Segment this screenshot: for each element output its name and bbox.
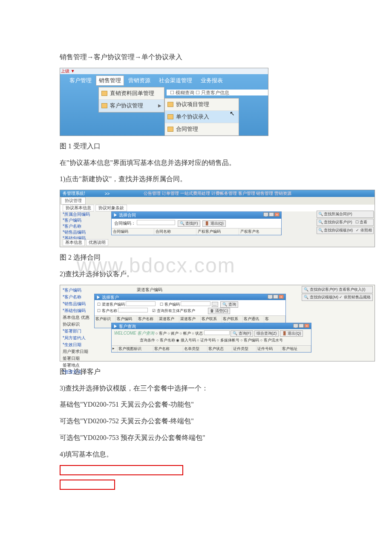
form-labels-left: *所属合同编码 *客户编码 *客户名称 *销售品编码 *基础包编码: [63, 211, 90, 241]
menu-sales[interactable]: 销售管理: [96, 75, 124, 86]
menu-marketing-res[interactable]: 营销资源: [124, 77, 155, 84]
submenu2-label: 协议项目管理: [176, 101, 209, 108]
exit-button[interactable]: 🚪 退出(Q): [202, 220, 226, 227]
submenu2-item-single-entry[interactable]: 单个协议录入: [165, 111, 239, 123]
highlight-box-1: [60, 465, 183, 475]
lbl-cust-code: *客户编码: [63, 217, 90, 223]
submenu1-label: 客户协议管理: [110, 102, 143, 110]
input-query[interactable]: [204, 330, 230, 335]
condition-radios[interactable]: 查询条件 ○ 客户名称 ◉ 接入号码 ○ 证件号码 ○ 多媒体帐号 ○ 客户编码…: [114, 337, 308, 344]
ellipsis-button[interactable]: …: [212, 302, 218, 307]
tab-basic-info[interactable]: 协议基本信息: [63, 205, 94, 211]
step-2-text: 2)查找并选择协议客户。: [60, 268, 332, 280]
btab-basic[interactable]: 基本信息: [63, 239, 85, 246]
chk-all-owners[interactable]: ☑ 查询所有主体产权客户: [152, 309, 195, 313]
dialog-body: WELCOME 客户查询 ○ 客户 ○ 账户 ○ 帐户 ○ 状态 🔍 查询(F)…: [112, 329, 311, 345]
dialog-select-contract: ▶ 选择合同 _□× 合同编码： 🔍 查找(F) 🚪 退出(Q) 合同编码 合同…: [111, 211, 282, 235]
dialog-title: ▶ 客户查询: [113, 324, 136, 329]
lbl: *局方签约人: [63, 335, 89, 341]
chk-channel-code[interactable]: ☐ 渠道客户编码: [97, 302, 125, 306]
submenu2-item-project[interactable]: 协议项目管理: [165, 98, 239, 111]
tab-agreement-mgmt[interactable]: 协议管理: [61, 197, 86, 205]
input-custname[interactable]: [118, 308, 148, 312]
th-code: 合同编码: [112, 228, 154, 235]
input-contract-code[interactable]: [137, 220, 175, 225]
th: 证件类型: [232, 346, 257, 352]
highlight-box-2: [60, 480, 115, 490]
cursor-icon: ↖: [230, 110, 235, 117]
folder-icon: [167, 114, 173, 119]
input-channel[interactable]: [126, 301, 156, 306]
btn-find-cust[interactable]: 🔍 查找协议客户(P) 查看客户收入(I): [302, 286, 373, 293]
bottom-tabs: 基本信息 优惠说明: [63, 239, 108, 246]
menu-channel[interactable]: 社会渠道管理: [155, 77, 196, 84]
lbl-product-code: *销售品编码: [63, 229, 90, 235]
folder-icon: [101, 103, 107, 108]
query-button[interactable]: 🔍 查询(F): [231, 330, 253, 337]
btn-find-contract[interactable]: 🔍 查找所属合同(P): [317, 211, 374, 218]
tab-object-clause[interactable]: 协议对象条款: [95, 205, 127, 211]
th: 客户名称: [153, 346, 183, 352]
submenu-level2: 协议项目管理 单个协议录入 合同管理: [164, 98, 239, 136]
tab-area-1: 协议管理: [60, 197, 375, 205]
screenshot-3-customer: *客户编码 *客户名称 *销售品编码 *基础包编码 基本信息 优惠 协议标识 *…: [60, 285, 375, 361]
th: 证件号码: [257, 346, 281, 352]
menu-customer[interactable]: 客户管理: [65, 77, 96, 84]
lbl: 基本信息 优惠: [63, 314, 89, 321]
top-channel-label: 渠道客户编码: [137, 287, 162, 293]
th-blank: ▸: [112, 346, 118, 352]
th: 客户状态: [208, 346, 232, 352]
figure-2-caption: 图 2 选择合同: [60, 251, 332, 264]
btab-discount[interactable]: 优惠说明: [86, 239, 108, 246]
chk-cust-name[interactable]: ☐ 客户名称: [97, 309, 117, 313]
lbl: 签署日期: [63, 355, 89, 362]
right-buttons: 🔍 查找所属合同(P) 🔍 查找协议客户(P) ☐ 查看 🔍 查找协议模板(M)…: [317, 211, 374, 235]
th-name: 合同名称: [154, 228, 197, 235]
chk-cust-code[interactable]: ☐ 客户编码: [160, 302, 180, 306]
left-labels: *客户编码 *客户名称 *销售品编码 *基础包编码 基本信息 优惠 协议标识 *…: [63, 287, 89, 376]
dialog-title: ▶ 选择客户: [96, 295, 119, 300]
th-owner-name: 产权客户名: [239, 228, 282, 235]
clear-button[interactable]: 🗑 清空(C): [208, 308, 230, 314]
lbl-contract-code: 合同编码：: [114, 221, 135, 225]
submenu2-item-contract[interactable]: 合同管理: [165, 123, 239, 136]
window-buttons[interactable]: _□×: [268, 295, 284, 300]
btn-find-customer[interactable]: 🔍 查找协议客户(P) ☐ 查看: [317, 219, 374, 226]
btn-find-tmpl[interactable]: 🔍 查找协议模板(M) ✓ 依照销售品规格: [302, 294, 373, 301]
submenu2-label: 单个协议录入: [176, 113, 209, 121]
lbl: 用户要求日期: [63, 348, 89, 355]
window-buttons[interactable]: _□×: [263, 212, 280, 218]
lbl-contract-code: *所属合同编码: [63, 211, 90, 217]
dialog-titlebar: ▶ 选择客户 _□×: [95, 294, 285, 300]
lbl: 签署地点: [63, 362, 89, 369]
btn-find-template[interactable]: 🔍 查找协议模板(M) ✓ 依照相: [317, 227, 374, 234]
submenu1-item-direct[interactable]: 直销资料回单管理: [99, 87, 164, 100]
query-table-header: ▸ 客户视图标识 客户名称 名单类型 客户状态 证件类型 证件号码 客户地址: [112, 345, 311, 352]
screenshot-1-menu: 上级 ▼ 客户管理 销售管理 营销资源 社会渠道管理 业务报表 ☐ 模糊查询 ☐…: [60, 68, 268, 136]
submenu1-item-agreement[interactable]: 客户协议管理 ▶: [99, 100, 164, 112]
dialog-titlebar: ▶ 选择合同 _□×: [112, 212, 281, 219]
window-buttons[interactable]: _□×: [293, 324, 309, 329]
scope-radios[interactable]: ○ 客户 ○ 账户 ○ 帐户 ○ 状态: [156, 331, 203, 335]
menu-reports[interactable]: 业务报表: [196, 77, 227, 84]
th-owner-code: 产权客户编码: [196, 228, 239, 235]
th: 客户地址: [281, 346, 311, 352]
step-1-text: 1)点击"新建协议"，查找并选择所属合同。: [60, 173, 332, 185]
submenu1-label: 直销资料回单管理: [110, 90, 154, 97]
chevron-right-icon: ▶: [158, 103, 161, 108]
query-button[interactable]: 🔍 查询: [220, 301, 238, 308]
search-options-strip: ☐ 模糊查询 ☐ 只查客户信息: [167, 90, 268, 95]
input-custcode[interactable]: [181, 301, 210, 306]
header-nav[interactable]: 公告管理 订单管理 一站式费用处理 计费帐务管理 客户管理 销售管理 营销资源: [144, 191, 291, 197]
package-opt2: 可选包"YD0200-753 预存天翼云办公套餐终端包": [60, 432, 332, 444]
dialog-body: ☐ 渠道客户编码 ☐ 客户编码 … 🔍 查询 ☐ 客户名称 ☑ 查询所有主体产权…: [95, 300, 285, 315]
top-parent-link[interactable]: 上级 ▼: [60, 68, 268, 74]
package-base: 基础包"YD0200-751 天翼云办公套餐-功能包": [60, 399, 332, 411]
find-button[interactable]: 🔍 查找(F): [178, 220, 200, 227]
lbl: *客户编码: [63, 287, 89, 294]
th: 名单类型: [183, 346, 208, 352]
submenu-level1: 直销资料回单管理 客户协议管理 ▶: [98, 87, 164, 113]
lbl: 协议标识: [63, 321, 89, 328]
exit-button[interactable]: 🚪 退出(Q): [280, 330, 303, 337]
advanced-query-button[interactable]: 综合查询(Z): [254, 330, 279, 337]
